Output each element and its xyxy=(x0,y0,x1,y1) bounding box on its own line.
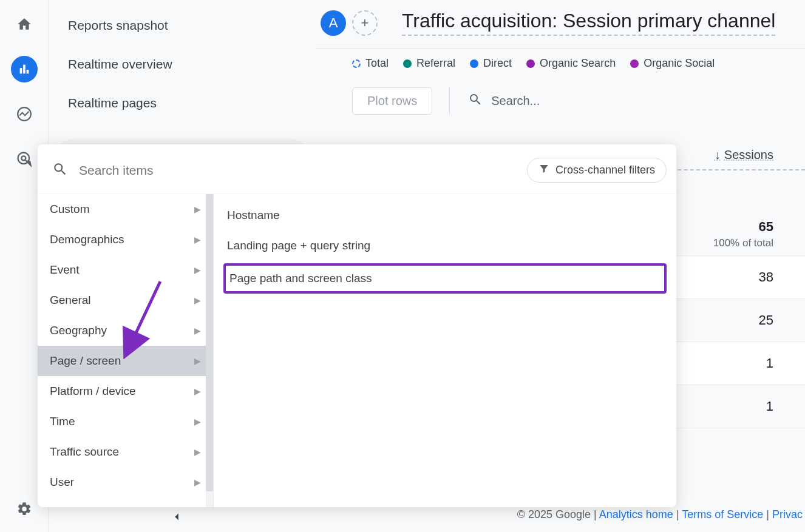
legend-item-organic-social[interactable]: Organic Social xyxy=(630,57,715,70)
table-search[interactable]: Search... xyxy=(449,87,769,115)
table-row: 38 xyxy=(665,256,805,299)
scrollbar-thumb[interactable] xyxy=(206,194,213,491)
explore-icon[interactable] xyxy=(11,101,38,127)
add-segment-button[interactable]: + xyxy=(352,10,378,36)
category-label: Geography xyxy=(50,324,107,337)
nav-item-realtime-overview[interactable]: Realtime overview xyxy=(49,45,316,84)
svg-rect-2 xyxy=(26,70,29,73)
dimension-picker-popup: Cross-channel filters Custom▶ Demographi… xyxy=(38,144,676,507)
reports-icon[interactable] xyxy=(11,56,38,82)
cross-channel-filters-chip[interactable]: Cross-channel filters xyxy=(527,158,667,183)
filter-chip-label: Cross-channel filters xyxy=(555,164,655,177)
category-label: Platform / device xyxy=(50,385,136,398)
category-event[interactable]: Event▶ xyxy=(38,255,213,285)
table-row: 25 xyxy=(665,299,805,342)
category-label: Demographics xyxy=(50,233,124,246)
sub-item-page-path[interactable]: Page path and screen class xyxy=(223,263,667,294)
table-row: 1 xyxy=(665,385,805,428)
sub-item-column: Hostname Landing page + query string Pag… xyxy=(214,194,676,507)
chevron-right-icon: ▶ xyxy=(194,386,201,396)
footer-sep: | xyxy=(766,508,772,520)
legend-dot-direct xyxy=(470,59,478,68)
chevron-right-icon: ▶ xyxy=(194,417,201,426)
header-row: A + Traffic acquisition: Session primary… xyxy=(316,0,805,49)
avatar[interactable]: A xyxy=(321,10,346,36)
plot-rows-button[interactable]: Plot rows xyxy=(352,87,432,115)
footer: © 2025 Google | Analytics home | Terms o… xyxy=(517,508,805,521)
page-title: Traffic acquisition: Session primary cha… xyxy=(402,10,775,36)
category-custom[interactable]: Custom▶ xyxy=(38,194,213,224)
chevron-right-icon: ▶ xyxy=(194,326,201,335)
toolbar: Plot rows Search... xyxy=(316,87,805,115)
category-geography[interactable]: Geography▶ xyxy=(38,315,213,346)
search-input[interactable] xyxy=(79,163,516,178)
category-platform-device[interactable]: Platform / device▶ xyxy=(38,376,213,406)
category-general[interactable]: General▶ xyxy=(38,285,213,315)
sort-arrow-icon: ↓ xyxy=(715,148,721,162)
chart-legend: Total Referral Direct Organic Search Org… xyxy=(316,49,805,78)
footer-sep: | xyxy=(676,508,682,520)
legend-dot-referral xyxy=(403,59,412,68)
footer-link-privacy[interactable]: Privac xyxy=(772,508,803,520)
category-time[interactable]: Time▶ xyxy=(38,406,213,437)
category-column: Custom▶ Demographics▶ Event▶ General▶ Ge… xyxy=(38,194,214,507)
total-row: 65 100% of total xyxy=(665,170,805,256)
category-demographics[interactable]: Demographics▶ xyxy=(38,224,213,255)
column-label: Sessions xyxy=(724,148,773,162)
category-label: User xyxy=(50,476,74,489)
home-icon[interactable] xyxy=(11,11,38,38)
category-label: General xyxy=(50,294,91,307)
advertising-icon[interactable] xyxy=(11,146,38,172)
category-page-screen[interactable]: Page / screen▶ xyxy=(38,346,213,376)
legend-item-direct[interactable]: Direct xyxy=(470,57,512,70)
legend-dot-organic-search xyxy=(526,59,535,68)
collapse-nav-icon[interactable] xyxy=(170,510,183,527)
footer-link-tos[interactable]: Terms of Service xyxy=(682,508,763,520)
chevron-right-icon: ▶ xyxy=(194,295,201,305)
category-label: Event xyxy=(50,263,80,277)
sub-item-landing-page[interactable]: Landing page + query string xyxy=(223,231,667,261)
legend-item-referral[interactable]: Referral xyxy=(403,57,455,70)
legend-label: Total xyxy=(365,57,389,70)
data-column: ↓ Sessions 65 100% of total 38 25 1 1 xyxy=(665,140,805,428)
sub-item-hostname[interactable]: Hostname xyxy=(223,200,667,231)
search-placeholder: Search... xyxy=(491,94,540,108)
chevron-right-icon: ▶ xyxy=(194,356,201,366)
category-label: Time xyxy=(50,415,75,428)
total-subtext: 100% of total xyxy=(665,237,773,249)
table-row: 1 xyxy=(665,342,805,385)
svg-rect-0 xyxy=(19,68,22,73)
legend-item-organic-search[interactable]: Organic Search xyxy=(526,57,616,70)
search-icon xyxy=(468,92,483,110)
category-user[interactable]: User▶ xyxy=(38,467,213,497)
legend-label: Organic Social xyxy=(644,57,715,70)
gear-icon[interactable] xyxy=(11,496,38,522)
category-label: Custom xyxy=(50,203,89,216)
category-traffic-source[interactable]: Traffic source▶ xyxy=(38,437,213,467)
chevron-right-icon: ▶ xyxy=(194,447,201,457)
footer-sep: | xyxy=(594,508,599,520)
footer-copyright: © 2025 Google xyxy=(517,508,591,520)
legend-dot-organic-social xyxy=(630,59,639,68)
svg-rect-1 xyxy=(23,65,25,74)
chevron-right-icon: ▶ xyxy=(194,265,201,275)
category-label: Page / screen xyxy=(50,354,121,368)
footer-link-home[interactable]: Analytics home xyxy=(599,508,673,520)
legend-label: Organic Search xyxy=(540,57,616,70)
search-icon xyxy=(52,161,68,180)
nav-item-realtime-pages[interactable]: Realtime pages xyxy=(49,84,316,123)
nav-item-snapshot[interactable]: Reports snapshot xyxy=(49,6,316,45)
chevron-right-icon: ▶ xyxy=(194,235,201,244)
popup-body: Custom▶ Demographics▶ Event▶ General▶ Ge… xyxy=(38,194,676,507)
chevron-right-icon: ▶ xyxy=(194,204,201,214)
total-value: 65 xyxy=(665,219,773,235)
legend-dot-total xyxy=(352,59,361,68)
legend-item-total[interactable]: Total xyxy=(352,57,389,70)
svg-point-5 xyxy=(21,156,25,160)
popup-header: Cross-channel filters xyxy=(38,144,676,194)
category-label: Traffic source xyxy=(50,445,119,459)
funnel-icon xyxy=(538,163,549,177)
legend-label: Direct xyxy=(483,57,512,70)
column-header-sessions[interactable]: ↓ Sessions xyxy=(665,140,805,170)
chevron-right-icon: ▶ xyxy=(194,477,201,487)
